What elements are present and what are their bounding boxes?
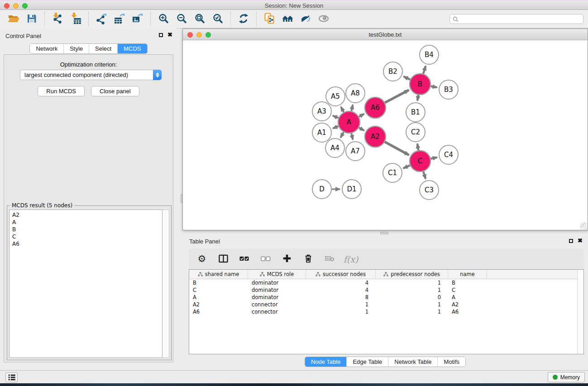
graph-edge-B-B3[interactable] [431,86,437,87]
task-history-button[interactable] [5,372,18,382]
graph-node-A5[interactable]: A5 [326,87,345,106]
tab-network[interactable]: Network [30,44,63,53]
export-image-button[interactable] [129,11,147,27]
tab-style[interactable]: Style [63,44,89,53]
tab-select[interactable]: Select [89,44,117,53]
graph-node-A2[interactable]: A2 [365,126,386,147]
close-panel-icon[interactable]: ✖ [167,33,172,37]
table-cell[interactable]: C [448,286,487,294]
zoom-fit-button[interactable] [191,11,209,27]
export-network-button[interactable] [92,11,110,27]
result-scrollbar[interactable] [163,210,169,358]
horizontal-splitter-handle[interactable] [380,232,388,234]
run-mcds-button[interactable]: Run MCDS [38,86,85,96]
select-all-button[interactable] [239,253,250,266]
column-header-successor-nodes[interactable]: successor nodes [306,270,376,279]
deselect-all-button[interactable] [260,253,272,266]
gear-button[interactable]: ⚙ [196,253,208,266]
close-panel-button[interactable]: Close panel [91,86,139,96]
table-cell[interactable]: 1 [306,308,376,315]
table-cell[interactable]: 1 [376,286,448,294]
save-session-button[interactable] [23,11,41,27]
refresh-network-button[interactable] [234,11,253,27]
table-cell[interactable]: 0 [376,294,448,301]
duplicate-network-style-button[interactable] [260,11,278,27]
graph-node-B3[interactable]: B3 [439,80,458,99]
graph-edge-B-B4[interactable] [423,66,425,74]
tab-mcds[interactable]: MCDS [117,44,147,53]
graph-edge-A-A3[interactable] [333,116,339,118]
graph-node-A1[interactable]: A1 [312,123,331,142]
graph-edge-C-C2[interactable] [417,144,418,151]
search-input[interactable] [460,16,580,22]
graph-node-C3[interactable]: C3 [420,181,439,200]
table-float-panel-icon[interactable] [569,239,573,243]
result-list-item[interactable]: A6 [12,240,159,248]
table-cell[interactable]: dominator [248,279,306,286]
graph-edge-A-A8[interactable] [351,105,353,111]
graph-edge-A-A7[interactable] [351,133,353,139]
graph-node-A4[interactable]: A4 [325,138,344,157]
column-header-MCDS-role[interactable]: MCDS role [248,270,306,279]
table-row[interactable]: A2connector11A2 [189,301,583,308]
graph-node-C2[interactable]: C2 [406,123,425,142]
add-row-button[interactable] [281,253,293,266]
graph-node-C1[interactable]: C1 [383,163,402,182]
graph-node-C4[interactable]: C4 [439,145,458,164]
graph-node-B2[interactable]: B2 [383,62,402,81]
table-cell[interactable]: 8 [306,294,376,301]
window-resize-grip[interactable] [580,223,587,229]
graph-node-A6[interactable]: A6 [365,97,386,118]
graph-edge-A-A4[interactable] [340,132,344,138]
table-cell[interactable]: B [448,279,487,286]
table-cell[interactable]: dominator [248,286,306,294]
table-cell[interactable]: connector [248,308,306,315]
table-cell[interactable]: A2 [448,301,487,308]
table-tab-node-table[interactable]: Node Table [305,357,347,367]
table-cell[interactable]: 4 [306,279,376,286]
graph-node-A3[interactable]: A3 [312,102,331,121]
graph-edge-A2-C[interactable] [385,142,409,155]
graph-node-A[interactable]: A [338,111,360,133]
network-canvas[interactable]: B4B2BB3A5A8A6B1A3AA1C2A2A4A7C4CC1C3DD1 [183,40,588,230]
graph-edge-A6-B[interactable] [385,90,409,103]
table-scrollbar[interactable] [577,270,583,354]
table-cell[interactable]: 1 [376,301,448,308]
table-cell[interactable]: A2 [189,301,248,308]
column-header-shared-name[interactable]: shared name [189,270,248,279]
table-tab-motifs[interactable]: Motifs [437,357,465,367]
column-header-name[interactable]: name [448,270,487,279]
graph-edge-B-B1[interactable] [417,95,418,101]
graph-edge-A-A5[interactable] [341,107,344,112]
table-cell[interactable]: 1 [306,301,376,308]
node-table[interactable]: shared nameMCDS rolesuccessor nodesprede… [189,269,584,354]
criterion-dropdown[interactable]: largest connected component (directed) [20,70,162,80]
graph-node-B[interactable]: B [410,74,430,95]
export-table-button[interactable] [110,11,129,27]
table-cell[interactable]: 1 [376,308,448,315]
zoom-selected-button[interactable] [209,11,227,27]
birds-eye-view-button[interactable] [315,11,333,27]
column-header-predecessor-nodes[interactable]: predecessor nodes [376,270,448,279]
float-panel-icon[interactable] [159,33,163,37]
graph-node-C[interactable]: C [410,151,430,172]
graph-node-B4[interactable]: B4 [420,45,439,64]
result-list-item[interactable]: B [12,226,159,233]
table-cell[interactable]: A [448,294,487,301]
table-cell[interactable]: dominator [248,294,306,301]
zoom-in-button[interactable] [154,11,172,27]
search-field[interactable] [449,14,583,24]
table-close-panel-icon[interactable]: ✖ [578,238,583,243]
graph-edge-A-A1[interactable] [333,126,338,129]
hide-graphics-details-button[interactable] [296,11,315,27]
import-network-button[interactable] [48,11,67,27]
table-cell[interactable]: A6 [189,308,248,315]
table-tab-edge-table[interactable]: Edge Table [346,357,388,367]
zoom-out-button[interactable] [172,11,191,27]
table-cell[interactable]: 4 [306,286,376,294]
graph-edge-C-C1[interactable] [403,165,410,168]
table-row[interactable]: Cdominator41C [189,286,583,294]
home-view-button[interactable] [278,11,296,27]
table-cell[interactable]: A6 [448,308,487,315]
table-cell[interactable]: A [189,294,248,301]
